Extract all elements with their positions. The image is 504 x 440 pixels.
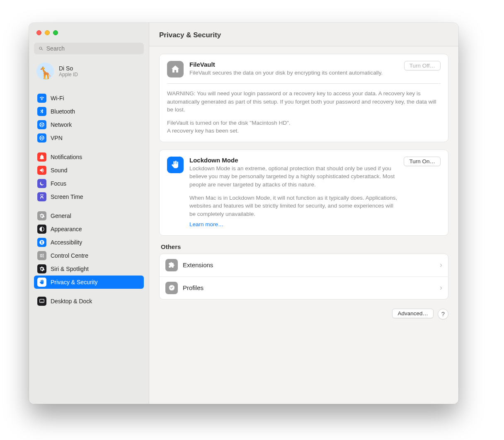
sidebar-item-label: Appearance xyxy=(51,226,82,232)
sidebar-item-siri-spotlight[interactable]: Siri & Spotlight xyxy=(34,262,144,276)
appearance-icon xyxy=(37,225,46,234)
chevron-right-icon: › xyxy=(440,261,442,269)
sidebar-item-label: Siri & Spotlight xyxy=(51,266,89,272)
filevault-turnoff-button[interactable]: Turn Off… xyxy=(404,61,441,70)
sidebar-item-label: VPN xyxy=(51,135,63,141)
lockdown-desc: Lockdown Mode is an extreme, optional pr… xyxy=(189,164,398,229)
sidebar-item-focus[interactable]: Focus xyxy=(34,177,144,190)
vpn-icon xyxy=(37,133,46,143)
lockdown-title: Lockdown Mode xyxy=(189,157,398,164)
search-input[interactable] xyxy=(46,45,140,52)
page-title: Privacy & Security xyxy=(159,31,448,39)
lockdown-learn-more-link[interactable]: Learn more… xyxy=(189,221,224,227)
sidebar-item-accessibility[interactable]: Accessibility xyxy=(34,236,144,249)
sidebar-item-vpn[interactable]: VPN xyxy=(34,131,144,145)
profiles-row[interactable]: Profiles › xyxy=(160,276,448,299)
sidebar: 🦒 Di So Apple ID Wi-FiBluetoothNetworkVP… xyxy=(29,23,149,404)
sidebar-item-network[interactable]: Network xyxy=(34,118,144,131)
sidebar-item-screen-time[interactable]: Screen Time xyxy=(34,190,144,203)
others-list: Extensions › Profiles › xyxy=(159,254,448,300)
search-field[interactable] xyxy=(34,43,144,54)
moon-icon xyxy=(37,179,46,188)
siri-icon xyxy=(37,264,46,273)
lockdown-icon xyxy=(167,157,184,173)
filevault-card: FileVault FileVault secures the data on … xyxy=(159,54,448,142)
sliders-icon xyxy=(37,251,46,260)
filevault-status: FileVault is turned on for the disk "Mac… xyxy=(167,119,441,135)
sound-icon xyxy=(37,166,46,175)
chevron-right-icon: › xyxy=(440,283,442,292)
sidebar-item-label: Screen Time xyxy=(51,193,83,200)
search-icon xyxy=(38,46,44,52)
content: FileVault FileVault secures the data on … xyxy=(149,46,458,404)
help-button[interactable]: ? xyxy=(438,309,448,319)
titlebar: Privacy & Security xyxy=(149,23,458,46)
hand-icon xyxy=(37,278,46,287)
account-name: Di So xyxy=(59,65,78,72)
account-subtitle: Apple ID xyxy=(59,72,78,77)
sidebar-item-label: Desktop & Dock xyxy=(51,298,92,305)
filevault-icon xyxy=(167,61,184,77)
sidebar-item-wi-fi[interactable]: Wi-Fi xyxy=(34,92,144,105)
filevault-title: FileVault xyxy=(189,61,398,68)
lockdown-card: Lockdown Mode Lockdown Mode is an extrem… xyxy=(159,150,448,236)
sidebar-item-label: Control Centre xyxy=(51,252,88,259)
sidebar-item-label: Accessibility xyxy=(51,239,82,246)
settings-window: 🦒 Di So Apple ID Wi-FiBluetoothNetworkVP… xyxy=(29,23,458,404)
filevault-desc: FileVault secures the data on your disk … xyxy=(189,69,398,77)
sidebar-item-control-centre[interactable]: Control Centre xyxy=(34,249,144,262)
sidebar-item-label: Notifications xyxy=(51,154,82,160)
sidebar-item-desktop-dock[interactable]: Desktop & Dock xyxy=(34,295,144,308)
sidebar-item-label: Network xyxy=(51,121,72,128)
window-controls xyxy=(36,30,144,35)
gear-icon xyxy=(37,211,46,220)
zoom-window-button[interactable] xyxy=(53,30,58,35)
dock-icon xyxy=(37,297,46,306)
sidebar-item-label: Wi-Fi xyxy=(51,95,64,102)
footer: Advanced… ? xyxy=(159,309,448,319)
profiles-icon xyxy=(165,282,178,294)
sidebar-item-sound[interactable]: Sound xyxy=(34,164,144,177)
sidebar-item-appearance[interactable]: Appearance xyxy=(34,222,144,236)
sidebar-item-privacy-security[interactable]: Privacy & Security xyxy=(34,276,144,289)
extensions-row[interactable]: Extensions › xyxy=(160,254,448,276)
sidebar-item-label: General xyxy=(51,213,71,219)
sidebar-item-label: Privacy & Security xyxy=(51,279,98,285)
profiles-label: Profiles xyxy=(183,284,204,291)
advanced-button[interactable]: Advanced… xyxy=(392,309,434,318)
minimize-window-button[interactable] xyxy=(45,30,50,35)
bluetooth-icon xyxy=(37,107,46,116)
access-icon xyxy=(37,238,46,247)
extensions-label: Extensions xyxy=(183,261,213,268)
hourglass-icon xyxy=(37,192,46,201)
sidebar-item-label: Bluetooth xyxy=(51,108,75,115)
others-section-label: Others xyxy=(161,243,448,250)
wifi-icon xyxy=(37,94,46,103)
sidebar-item-notifications[interactable]: Notifications xyxy=(34,150,144,164)
main-panel: Privacy & Security FileVault FileVault s… xyxy=(149,23,458,404)
extensions-icon xyxy=(165,259,178,271)
network-icon xyxy=(37,120,46,129)
sidebar-item-label: Sound xyxy=(51,167,67,174)
avatar: 🦒 xyxy=(36,63,54,80)
lockdown-turnon-button[interactable]: Turn On… xyxy=(404,157,441,166)
apple-id-row[interactable]: 🦒 Di So Apple ID xyxy=(34,60,144,86)
filevault-warning: WARNING: You will need your login passwo… xyxy=(167,89,441,114)
close-window-button[interactable] xyxy=(36,30,41,35)
sidebar-item-label: Focus xyxy=(51,180,66,187)
bell-icon xyxy=(37,152,46,162)
sidebar-item-general[interactable]: General xyxy=(34,209,144,222)
sidebar-item-bluetooth[interactable]: Bluetooth xyxy=(34,105,144,118)
